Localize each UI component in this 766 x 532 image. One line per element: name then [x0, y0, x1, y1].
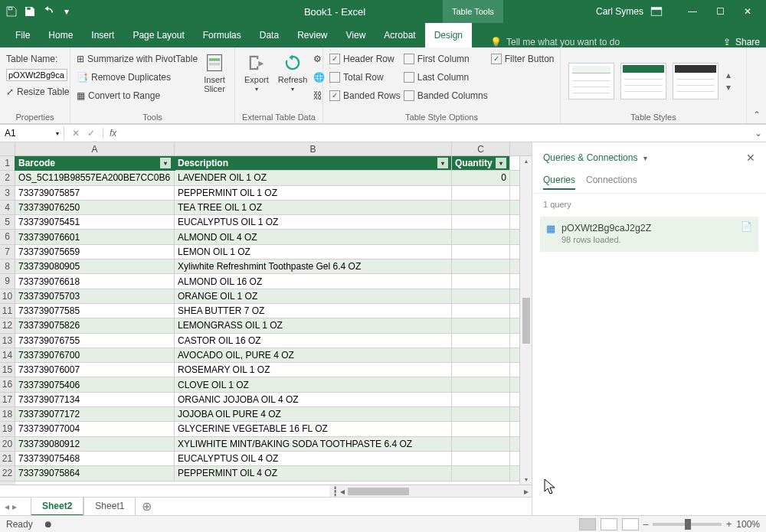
cell-description[interactable]: LEMON OIL 1 OZ	[175, 245, 452, 259]
tab-acrobat[interactable]: Acrobat	[375, 23, 424, 47]
cell-quantity[interactable]	[452, 274, 510, 288]
cell-description[interactable]: CLOVE OIL 1 OZ	[175, 377, 452, 391]
row-header[interactable]: 12	[0, 318, 15, 333]
cell-description[interactable]: LAVENDER OIL 1 OZ	[175, 171, 452, 184]
cell-barcode[interactable]: 733739077004	[15, 422, 175, 436]
fx-icon[interactable]: fx	[103, 128, 123, 139]
cell-barcode[interactable]: 733739075468	[15, 452, 175, 465]
row-header[interactable]: 11	[0, 304, 15, 318]
cell-quantity[interactable]	[452, 348, 510, 362]
row-header[interactable]: 15	[0, 363, 15, 377]
row-header[interactable]: 4	[0, 201, 15, 215]
row-header[interactable]: 20	[0, 437, 15, 452]
qc-close-button[interactable]: ✕	[746, 152, 755, 164]
macro-icon[interactable]: ⏺	[44, 519, 53, 530]
maximize-button[interactable]: ☐	[706, 0, 734, 23]
tab-formulas[interactable]: Formulas	[194, 23, 250, 47]
cell-barcode[interactable]: 733739080912	[15, 437, 175, 451]
cell-description[interactable]: Xyliwhite Refreshmint Toothpaste Gel 6.4…	[175, 259, 452, 273]
cell-barcode[interactable]: 733739076618	[15, 274, 175, 288]
filter-icon[interactable]: ▾	[160, 158, 171, 168]
row-header[interactable]: 21	[0, 452, 15, 466]
view-pagebreak-button[interactable]	[622, 518, 639, 530]
cell-quantity[interactable]	[452, 304, 510, 318]
cell-barcode[interactable]: 733739077172	[15, 407, 175, 421]
select-all-button[interactable]	[0, 142, 15, 155]
refresh-button[interactable]: Refresh▾	[275, 51, 311, 111]
export-button[interactable]: Export▾	[241, 51, 272, 111]
cell-barcode[interactable]: 733739075451	[15, 215, 175, 229]
total-row-check[interactable]: Total Row	[329, 69, 401, 85]
filter-icon[interactable]: ▾	[496, 158, 506, 168]
row-header[interactable]: 17	[0, 393, 15, 407]
accept-formula-icon[interactable]: ✓	[87, 128, 95, 139]
tell-me-input[interactable]: 💡 Tell me what you want to do	[490, 37, 620, 47]
cell-quantity[interactable]	[452, 377, 510, 391]
row-header[interactable]: 2	[0, 171, 15, 185]
cell-quantity[interactable]	[452, 393, 510, 406]
qc-tab-connections[interactable]: Connections	[586, 171, 637, 190]
cell-quantity[interactable]	[452, 407, 510, 421]
cell-quantity[interactable]: 0	[452, 171, 510, 184]
last-column-check[interactable]: Last Column	[404, 69, 488, 85]
cell-quantity[interactable]	[452, 437, 510, 451]
cell-quantity[interactable]	[452, 289, 510, 303]
cell-description[interactable]: ROSEMARY OIL 1 OZ	[175, 363, 452, 377]
tab-home[interactable]: Home	[39, 23, 82, 47]
tab-design[interactable]: Design	[425, 23, 472, 47]
redo-icon[interactable]: ▾	[60, 5, 74, 18]
row-header[interactable]: 19	[0, 422, 15, 436]
cell-barcode[interactable]: 733739075826	[15, 318, 175, 332]
cell-description[interactable]: GLYCERINE VEGETABLE 16 FL OZ	[175, 422, 452, 436]
header-barcode[interactable]: Barcode▾	[15, 156, 175, 170]
filter-button-check[interactable]: ✓Filter Button	[491, 51, 555, 67]
banded-rows-check[interactable]: ✓Banded Rows	[329, 87, 401, 103]
cell-barcode[interactable]: 733739075406	[15, 377, 175, 391]
sheet-nav[interactable]: ◂▸	[0, 501, 31, 512]
cell-barcode[interactable]: 733739076700	[15, 348, 175, 362]
cell-quantity[interactable]	[452, 422, 510, 436]
horizontal-scrollbar[interactable]: ┇ ◂▸	[329, 485, 532, 497]
row-header[interactable]: 14	[0, 348, 15, 363]
cell-barcode[interactable]: 733739076601	[15, 230, 175, 243]
expand-formula-button[interactable]: ⌄	[751, 128, 766, 139]
query-item[interactable]: ▦ pOXWt2Bg9caJ2g2Z 98 rows loaded. 📄	[540, 217, 758, 252]
cell-description[interactable]: ORGANIC JOJOBA OIL 4 OZ	[175, 393, 452, 406]
cell-quantity[interactable]	[452, 186, 510, 200]
qc-dropdown-icon[interactable]: ▾	[643, 154, 647, 162]
row-header[interactable]: 6	[0, 230, 15, 244]
col-header-b[interactable]: B	[175, 142, 452, 155]
zoom-level[interactable]: 100%	[736, 519, 760, 530]
vertical-scrollbar[interactable]: ▴▾	[519, 156, 532, 485]
row-header[interactable]: 10	[0, 289, 15, 304]
filter-icon[interactable]: ▾	[437, 158, 448, 168]
resize-table-button[interactable]: ⤢Resize Table	[6, 83, 69, 100]
add-sheet-button[interactable]: ⊕	[136, 499, 157, 514]
cell-description[interactable]: PEPPERMINT OIL 4 OZ	[175, 466, 452, 480]
tab-data[interactable]: Data	[250, 23, 288, 47]
cell-description[interactable]: CASTOR OIL 16 OZ	[175, 334, 452, 348]
cell-barcode[interactable]: 733739076755	[15, 334, 175, 348]
cell-description[interactable]: SHEA BUTTER 7 OZ	[175, 304, 452, 318]
row-header[interactable]: 18	[0, 407, 15, 422]
cell-quantity[interactable]	[452, 230, 510, 243]
query-edit-icon[interactable]: 📄	[741, 221, 752, 232]
share-button[interactable]: ⇪ Share	[723, 37, 760, 47]
row-header[interactable]: 22	[0, 466, 15, 481]
qc-tab-queries[interactable]: Queries	[543, 171, 575, 190]
convert-range-button[interactable]: ▦Convert to Range	[77, 87, 198, 103]
cell-barcode[interactable]: 733739076250	[15, 201, 175, 214]
tab-review[interactable]: Review	[288, 23, 336, 47]
cell-description[interactable]: ORANGE OIL 1 OZ	[175, 289, 452, 303]
cell-description[interactable]: TEA TREE OIL 1 OZ	[175, 201, 452, 214]
sheet-tab-sheet2[interactable]: Sheet2	[31, 498, 83, 516]
sheet-tab-sheet1[interactable]: Sheet1	[83, 498, 136, 516]
cell-quantity[interactable]	[452, 201, 510, 214]
name-box[interactable]: A1▾	[0, 126, 64, 140]
cell-description[interactable]: EUCALYPTUS OIL 4 OZ	[175, 452, 452, 465]
cell-quantity[interactable]	[452, 466, 510, 480]
cell-description[interactable]: XYLIWHITE MINT/BAKING SODA TOOTHPASTE 6.…	[175, 437, 452, 451]
cell-quantity[interactable]	[452, 452, 510, 465]
header-quantity[interactable]: Quantity▾	[452, 156, 510, 170]
view-layout-button[interactable]	[601, 518, 617, 530]
